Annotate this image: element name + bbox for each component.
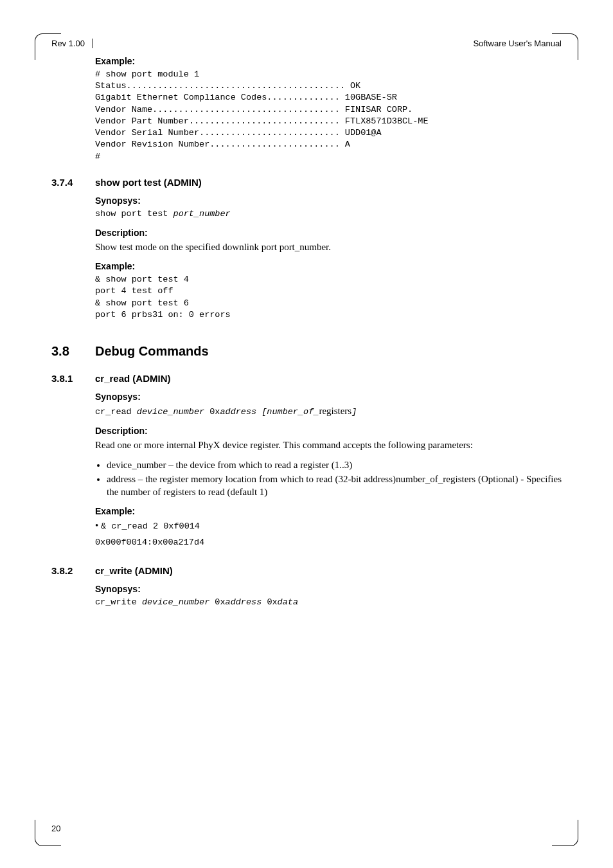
synopsys-line: cr_write device_number 0xaddress 0xdata bbox=[95, 597, 562, 608]
description-heading: Description: bbox=[95, 426, 562, 436]
description-text: Read one or more internal PhyX device re… bbox=[95, 439, 562, 451]
example-heading: Example: bbox=[95, 56, 562, 66]
code-line: port 4 test off bbox=[95, 285, 562, 297]
section-title: cr_write (ADMIN) bbox=[95, 565, 173, 576]
code-line: Gigabit Ethernet Compliance Codes.......… bbox=[95, 92, 562, 104]
description-heading: Description: bbox=[95, 228, 562, 238]
example-output: # show port module 1 Status.............… bbox=[95, 69, 562, 163]
running-header: Rev 1.00 Software User's Manual bbox=[51, 39, 562, 48]
code-line: Vendor Name.............................… bbox=[95, 104, 562, 116]
section-heading-38: 3.8 Debug Commands bbox=[51, 344, 562, 359]
synopsys-heading: Synopsys: bbox=[95, 392, 562, 402]
code-line: port 6 prbs31 on: 0 errors bbox=[95, 309, 562, 321]
corner-bracket-tl bbox=[35, 33, 61, 60]
synopsys-line: show port test port_number bbox=[95, 208, 562, 220]
example-output: 0x000f0014:0x00a217d4 bbox=[95, 537, 562, 548]
code-line: Vendor Part Number......................… bbox=[95, 116, 562, 127]
corner-bracket-tr bbox=[552, 33, 578, 60]
code-line: # show port module 1 bbox=[95, 69, 562, 80]
syn-arg: ] bbox=[351, 407, 357, 417]
syn-cmd: cr_read bbox=[95, 407, 137, 417]
code-line: & show port test 4 bbox=[95, 274, 562, 285]
section-title: show port test (ADMIN) bbox=[95, 177, 202, 188]
description-text: Show test mode on the specified downlink… bbox=[95, 240, 562, 253]
syn-arg: device_number bbox=[137, 407, 204, 417]
section-number: 3.8.2 bbox=[51, 565, 95, 576]
section-heading-381: 3.8.1 cr_read (ADMIN) bbox=[51, 373, 562, 384]
code-line: # bbox=[95, 151, 562, 163]
section-heading-382: 3.8.2 cr_write (ADMIN) bbox=[51, 565, 562, 576]
synopsys-line: cr_read device_number 0xaddress [number_… bbox=[95, 404, 562, 418]
example-line: • & cr_read 2 0xf0014 bbox=[95, 519, 562, 532]
corner-bracket-br bbox=[552, 820, 578, 846]
example-heading: Example: bbox=[95, 261, 562, 271]
bullet-item: address – the register memory location f… bbox=[107, 473, 562, 499]
syn-cmd: show port test bbox=[95, 209, 173, 219]
page-number: 20 bbox=[51, 824, 60, 833]
section-number: 3.8 bbox=[51, 344, 95, 359]
code-line: Vendor Serial Number....................… bbox=[95, 127, 562, 139]
header-title: Software User's Manual bbox=[473, 39, 562, 48]
section-number: 3.7.4 bbox=[51, 177, 95, 188]
example-heading: Example: bbox=[95, 506, 562, 516]
syn-arg: device_number bbox=[142, 597, 209, 607]
synopsys-heading: Synopsys: bbox=[95, 195, 562, 206]
code-line: & show port test 6 bbox=[95, 298, 562, 309]
syn-arg: address [number_of_ bbox=[220, 407, 319, 417]
syn-cmd: cr_write bbox=[95, 597, 142, 607]
syn-arg: data bbox=[278, 597, 298, 607]
section-heading-374: 3.7.4 show port test (ADMIN) bbox=[51, 177, 562, 188]
page: Rev 1.00 Software User's Manual Example:… bbox=[0, 0, 613, 868]
code-line: Vendor Revision Number..................… bbox=[95, 139, 562, 150]
syn-arg: address bbox=[226, 597, 262, 607]
syn-lit: 0x bbox=[204, 407, 220, 417]
section-title: cr_read (ADMIN) bbox=[95, 373, 171, 384]
page-body: Example: # show port module 1 Status....… bbox=[51, 56, 562, 608]
syn-arg: port_number bbox=[173, 209, 231, 219]
code-line: Status..................................… bbox=[95, 80, 562, 92]
syn-lit: 0x bbox=[262, 597, 277, 607]
synopsys-heading: Synopsys: bbox=[95, 584, 562, 594]
syn-lit: 0x bbox=[209, 597, 225, 607]
section-number: 3.8.1 bbox=[51, 373, 95, 384]
bullet-glyph: • bbox=[95, 520, 101, 530]
section-title: Debug Commands bbox=[95, 344, 209, 359]
description-bullets: device_number – the device from which to… bbox=[95, 458, 562, 499]
syn-reg: registers bbox=[319, 406, 351, 416]
example-output: & show port test 4 port 4 test off & sho… bbox=[95, 274, 562, 321]
example-code: & cr_read 2 0xf0014 bbox=[101, 521, 200, 531]
bullet-item: device_number – the device from which to… bbox=[107, 458, 562, 471]
